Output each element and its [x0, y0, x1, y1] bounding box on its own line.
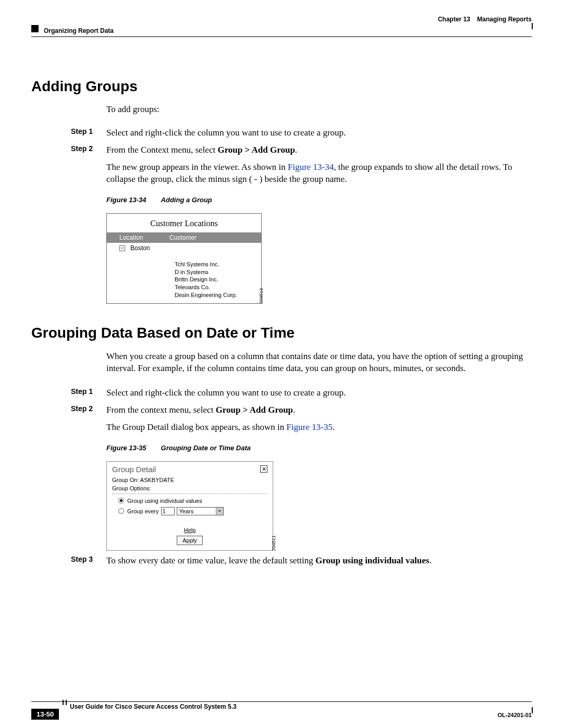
group-on-label: Group On: ASKBYDATE	[112, 477, 267, 483]
page-footer: User Guide for Cisco Secure Access Contr…	[31, 701, 532, 710]
fig34-title: Customer Locations	[107, 214, 261, 232]
step-1-label: Step 1	[71, 127, 106, 139]
radio-individual-values[interactable]	[118, 498, 124, 503]
fig34-col-customer: Customer	[169, 232, 261, 243]
step-b2-continuation: The Group Detail dialog box appears, as …	[106, 422, 532, 434]
close-icon[interactable]: ✕	[260, 465, 267, 473]
group-detail-title: Group Detail	[112, 465, 156, 474]
step-b1-label: Step 1	[71, 387, 106, 399]
step-3-label: Step 3	[71, 555, 106, 567]
figure-13-34: Customer Locations Location Customer Bos…	[106, 213, 294, 304]
chevron-down-icon[interactable]	[216, 508, 223, 515]
step-1-body: Select and right-click the column you wa…	[106, 127, 532, 139]
fig-13-34-link[interactable]: Figure 13-34	[288, 162, 334, 172]
footer-doc-id: OL-24201-01	[498, 712, 532, 718]
footer-page-number: 13-50	[31, 709, 59, 720]
heading-adding-groups: Adding Groups	[31, 78, 532, 95]
step-b2-body: From the context menu, select Group > Ad…	[106, 404, 532, 416]
group-options-label: Group Options:	[112, 485, 267, 491]
fig34-customer-list: Tchl Systems Inc. D in Systems Brittn De…	[107, 253, 261, 303]
heading-grouping-date-time: Grouping Data Based on Date or Time	[31, 325, 532, 341]
step-2-continuation: The new group appears in the viewer. As …	[106, 162, 532, 186]
figure-13-35: Group Detail ✕ Group On: ASKBYDATE Group…	[106, 461, 315, 551]
page-header: Chapter 13 Managing Reports Organizing R…	[31, 16, 532, 42]
intro-grouping-date-time: When you create a group based on a colum…	[106, 351, 532, 375]
chapter-number: Chapter 13	[438, 16, 470, 23]
step-2-body: From the Context menu, select Group > Ad…	[106, 144, 532, 156]
intro-adding-groups: To add groups:	[106, 104, 532, 115]
fig-13-35-link[interactable]: Figure 13-35	[287, 422, 333, 432]
radio-group-every[interactable]	[118, 508, 124, 514]
help-link[interactable]: Help	[112, 527, 267, 533]
fig34-location-value: Boston	[130, 244, 150, 252]
section-title: Organizing Report Data	[44, 27, 114, 34]
collapse-icon[interactable]	[119, 245, 125, 251]
radio-individual-values-label: Group using individual values	[127, 498, 202, 504]
group-every-number-input[interactable]: 1	[161, 507, 175, 515]
step-b2-label: Step 2	[71, 404, 106, 416]
radio-group-every-label: Group every	[127, 508, 159, 514]
footer-guide-title: User Guide for Cisco Secure Access Contr…	[70, 703, 237, 710]
fig34-image-id: 204514	[259, 288, 264, 304]
step-b1-body: Select and right-click the column you wa…	[106, 387, 532, 399]
figure-13-34-caption: Figure 13-34Adding a Group	[106, 196, 532, 204]
step-3-body: To show every date or time value, leave …	[106, 555, 532, 567]
fig34-col-location: Location	[107, 232, 169, 243]
step-2-label: Step 2	[71, 144, 106, 156]
group-every-unit-select[interactable]: Years	[177, 507, 224, 515]
chapter-title: Managing Reports	[477, 16, 532, 23]
apply-button[interactable]: Apply	[177, 536, 203, 545]
figure-13-35-caption: Figure 13-35Grouping Date or Time Data	[106, 444, 532, 452]
fig35-image-id: 204511	[271, 535, 276, 551]
